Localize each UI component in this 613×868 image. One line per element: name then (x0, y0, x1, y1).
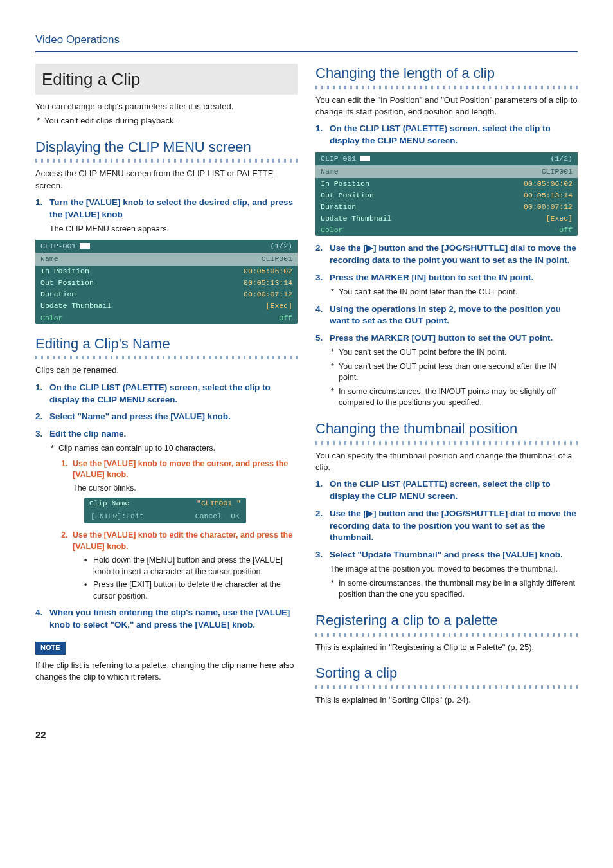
divider (315, 86, 578, 89)
scr-row-label: Color (321, 225, 343, 235)
scr-name-value: CLIP001 (262, 254, 292, 264)
step-item: Press the MARKER [IN] button to set the … (315, 272, 578, 298)
step-item: Turn the [VALUE] knob to select the desi… (35, 197, 298, 235)
step-note: In some circumstances, the thumbnail may… (330, 578, 578, 601)
substep-text: Use the [VALUE] knob to edit the charact… (73, 530, 292, 551)
step-note: Clip names can contain up to 10 characte… (49, 443, 298, 455)
scr-row-value: 00:00:07:12 (524, 202, 573, 212)
step-text: Edit the clip name. (49, 429, 126, 439)
scr-header-right: (1/2) (550, 154, 573, 164)
substep-item: Use the [VALUE] knob to edit the charact… (61, 530, 298, 602)
bullet-item: Press the [EXIT] button to delete the ch… (84, 579, 298, 602)
scr-ok: OK (231, 511, 240, 521)
step-text: Use the [▶] button and the [JOG/SHUTTLE]… (330, 509, 576, 543)
step-text: Select "Name" and press the [VALUE] knob… (49, 411, 231, 421)
note-body: If the clip list is referring to a palet… (35, 660, 298, 683)
substep-text: Use the [VALUE] knob to move the cursor,… (73, 459, 288, 480)
step-subtext: The CLIP MENU screen appears. (49, 224, 298, 235)
scr-row-label: Clip Name (89, 498, 129, 509)
step-text: Press the MARKER [IN] button to set the … (330, 273, 533, 282)
section-length-title: Changing the length of a clip (315, 64, 578, 84)
scr-row-value: 00:00:07:12 (244, 289, 292, 300)
step-text: Use the [▶] button and the [JOG/SHUTTLE]… (330, 243, 576, 265)
scr-name-label: Name (321, 167, 339, 177)
name-edit-screen: Clip Name"CLIP001 " [ENTER]:Edit Cancel … (84, 498, 246, 523)
scr-row-label: In Position (40, 266, 89, 276)
scr-row-value: 00:05:13:14 (244, 278, 292, 288)
divider (35, 356, 298, 359)
breadcrumb: Video Operations (35, 32, 578, 52)
note-badge: NOTE (35, 642, 66, 654)
step-note: In some circumstances, the IN/OUT points… (330, 386, 578, 409)
step-item: Press the MARKER [OUT] button to set the… (315, 332, 578, 408)
scr-row-label: Color (40, 313, 63, 323)
section-length-body: You can edit the "In Position" and "Out … (315, 95, 578, 118)
step-note: You can't set the OUT point before the I… (330, 347, 578, 359)
step-item: On the CLIP LIST (PALETTE) screen, selec… (315, 123, 578, 147)
scr-header-right: (1/2) (270, 241, 292, 251)
scr-row-value: Off (559, 225, 573, 235)
bullet-item: Hold down the [MENU] button and press th… (84, 555, 298, 577)
substep-item: Use the [VALUE] knob to move the cursor,… (61, 458, 298, 524)
step-note: You can't set the IN point later than th… (330, 287, 578, 298)
scr-row-label: In Position (321, 179, 369, 189)
scr-row-label: Out Position (40, 278, 94, 288)
step-text: On the CLIP LIST (PALETTE) screen, selec… (49, 383, 271, 404)
step-item: On the CLIP LIST (PALETTE) screen, selec… (315, 478, 578, 503)
scr-cancel: Cancel (195, 511, 222, 521)
section-name-title: Editing a Clip's Name (35, 334, 298, 354)
substep-body: The cursor blinks. (73, 483, 298, 494)
section-display-title: Displaying the CLIP MENU screen (35, 138, 298, 158)
scr-row-label: Update Thumbnail (40, 301, 111, 311)
page-title: Editing a Clip (35, 64, 298, 95)
section-thumb-body: You can specify the thumbnail position a… (315, 450, 578, 473)
step-body: The image at the position you moved to b… (330, 564, 578, 575)
section-display-body: Access the CLIP MENU screen from the CLI… (35, 168, 298, 191)
step-text: On the CLIP LIST (PALETTE) screen, selec… (330, 123, 551, 145)
divider (315, 685, 578, 689)
section-sort-title: Sorting a clip (315, 664, 578, 683)
step-text: Press the MARKER [OUT] button to set the… (330, 333, 553, 343)
step-text: When you finish entering the clip's name… (49, 608, 290, 629)
step-item: Select "Update Thumbnail" and press the … (315, 549, 578, 600)
step-note: You can't set the OUT point less than on… (330, 361, 578, 384)
clip-menu-screen: CLIP-001 (1/2) Name CLIP001 In Position0… (35, 240, 298, 324)
section-thumb-title: Changing the thumbnail position (315, 419, 578, 439)
clip-menu-screen-2: CLIP-001 (1/2) Name CLIP001 In Position0… (315, 152, 578, 237)
step-item: Select "Name" and press the [VALUE] knob… (35, 411, 298, 423)
section-name-body: Clips can be renamed. (35, 365, 298, 376)
step-text: Using the operations in step 2, move to … (330, 304, 561, 326)
scr-header-left: CLIP-001 (321, 154, 370, 164)
scr-row-value: [Exec] (266, 301, 292, 311)
scr-row-value: 00:05:06:02 (524, 179, 573, 189)
intro-note: You can't edit clips during playback. (35, 115, 298, 127)
section-register-body: This is explained in "Registering a Clip… (315, 642, 578, 653)
step-item: Edit the clip name. Clip names can conta… (35, 428, 298, 602)
step-text: Select "Update Thumbnail" and press the … (330, 550, 563, 559)
scr-row-label: Duration (321, 202, 356, 212)
scr-row-label: Out Position (321, 190, 374, 201)
divider (315, 633, 578, 637)
scr-row-value: [Exec] (546, 213, 573, 224)
scr-row-value: 00:05:06:02 (244, 266, 292, 276)
scr-row-value: "CLIP001 " (197, 498, 241, 509)
scr-row-value: Off (279, 313, 292, 323)
rec-icon (356, 154, 370, 163)
scr-enter-hint: [ENTER]:Edit (91, 511, 144, 521)
intro-text: You can change a clip's parameters after… (35, 101, 298, 113)
scr-header-left: CLIP-001 (40, 241, 90, 251)
scr-row-label: Duration (40, 289, 76, 300)
rec-icon (76, 242, 90, 250)
section-register-title: Registering a clip to a palette (315, 611, 578, 631)
step-item: On the CLIP LIST (PALETTE) screen, selec… (35, 382, 298, 406)
scr-name-value: CLIP001 (542, 167, 573, 177)
section-sort-body: This is explained in "Sorting Clips" (p.… (315, 694, 578, 706)
step-item: Use the [▶] button and the [JOG/SHUTTLE]… (315, 508, 578, 545)
step-item: Use the [▶] button and the [JOG/SHUTTLE]… (315, 242, 578, 267)
scr-name-label: Name (40, 254, 58, 264)
scr-row-label: Update Thumbnail (321, 213, 391, 224)
step-text: Turn the [VALUE] knob to select the desi… (49, 197, 293, 219)
step-text: On the CLIP LIST (PALETTE) screen, selec… (330, 479, 551, 501)
step-item: When you finish entering the clip's name… (35, 607, 298, 631)
divider (35, 159, 298, 163)
